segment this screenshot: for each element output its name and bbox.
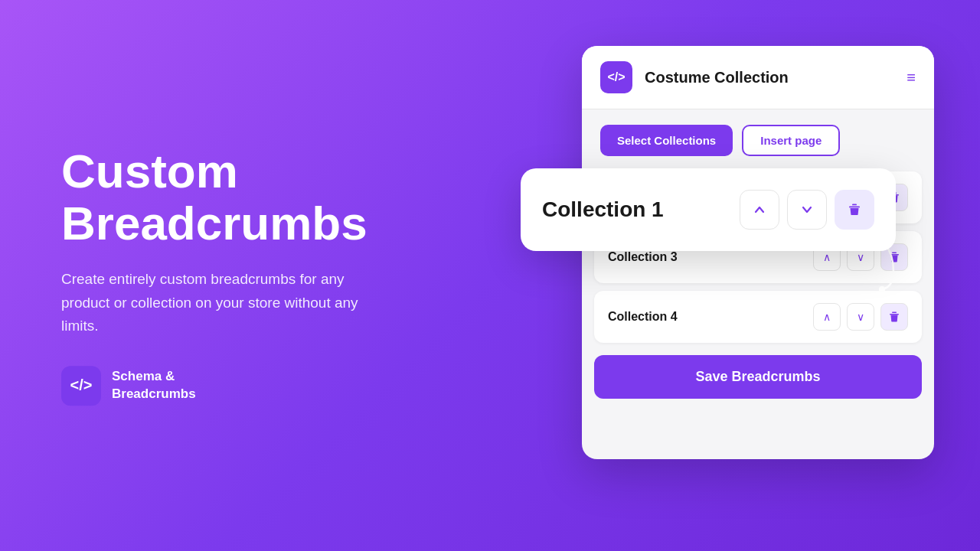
row-actions: ∧ ∨	[813, 303, 908, 331]
collection-name: Collection 3	[608, 250, 678, 264]
table-row: Collection 4 ∧ ∨	[594, 291, 922, 343]
app-header: </> Costume Collection ≡	[582, 46, 934, 109]
app-window-icon: </>	[600, 61, 632, 93]
save-btn-wrap: Save Breadcrumbs	[582, 355, 934, 411]
collection-1-delete-button[interactable]	[835, 190, 874, 230]
hero-description: Create entirely custom breadcrumbs for a…	[61, 269, 368, 338]
move-up-button[interactable]: ∧	[813, 303, 841, 331]
svg-rect-7	[852, 204, 857, 206]
right-panel: </> Costume Collection ≡ Select Collecti…	[521, 46, 934, 505]
collection-1-actions	[740, 190, 874, 230]
collection-name: Collection 4	[608, 310, 678, 324]
svg-rect-6	[849, 207, 860, 208]
hamburger-icon[interactable]: ≡	[906, 70, 916, 85]
collection-1-move-up-button[interactable]	[740, 190, 779, 230]
collection-1-card: Collection 1	[521, 168, 896, 251]
svg-rect-5	[892, 312, 897, 314]
insert-page-button[interactable]: Insert page	[742, 125, 840, 156]
save-breadcrumbs-button[interactable]: Save Breadcrumbs	[594, 355, 922, 399]
brand-name: Schema & Breadcrumbs	[112, 369, 196, 403]
left-panel: Custom Breadcrumbs Create entirely custo…	[61, 145, 413, 406]
collection-1-name: Collection 1	[542, 197, 664, 222]
brand-badge: </> Schema & Breadcrumbs	[61, 366, 413, 406]
svg-point-8	[879, 286, 885, 291]
collection-1-move-down-button[interactable]	[787, 190, 827, 230]
app-toolbar: Select Collections Insert page	[582, 109, 934, 171]
svg-rect-4	[890, 314, 899, 315]
app-window-title: Costume Collection	[645, 69, 894, 86]
delete-button[interactable]	[880, 303, 908, 331]
move-down-button[interactable]: ∨	[847, 303, 874, 331]
hero-title: Custom Breadcrumbs	[61, 145, 413, 249]
select-collections-button[interactable]: Select Collections	[600, 125, 733, 156]
brand-icon: </>	[61, 366, 101, 406]
